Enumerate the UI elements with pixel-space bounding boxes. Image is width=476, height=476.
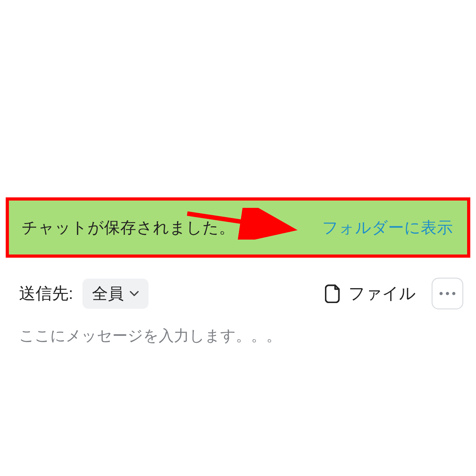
chevron-down-icon	[129, 290, 139, 297]
recipient-label: 送信先:	[19, 282, 73, 305]
recipient-value: 全員	[92, 283, 124, 304]
more-icon	[438, 291, 457, 296]
file-icon	[325, 284, 341, 303]
attach-file-label: ファイル	[348, 282, 416, 305]
notification-banner-highlight: チャットが保存されました。 フォルダーに表示	[6, 197, 470, 258]
message-input[interactable]	[19, 327, 457, 344]
show-in-folder-link[interactable]: フォルダーに表示	[322, 217, 453, 238]
more-options-button[interactable]	[432, 278, 463, 309]
compose-controls: 送信先: 全員 ファイル	[19, 276, 463, 311]
notification-banner: チャットが保存されました。 フォルダーに表示	[9, 201, 467, 255]
attach-file-button[interactable]: ファイル	[325, 282, 416, 305]
notification-message: チャットが保存されました。	[22, 217, 235, 238]
recipient-dropdown[interactable]: 全員	[83, 279, 149, 309]
